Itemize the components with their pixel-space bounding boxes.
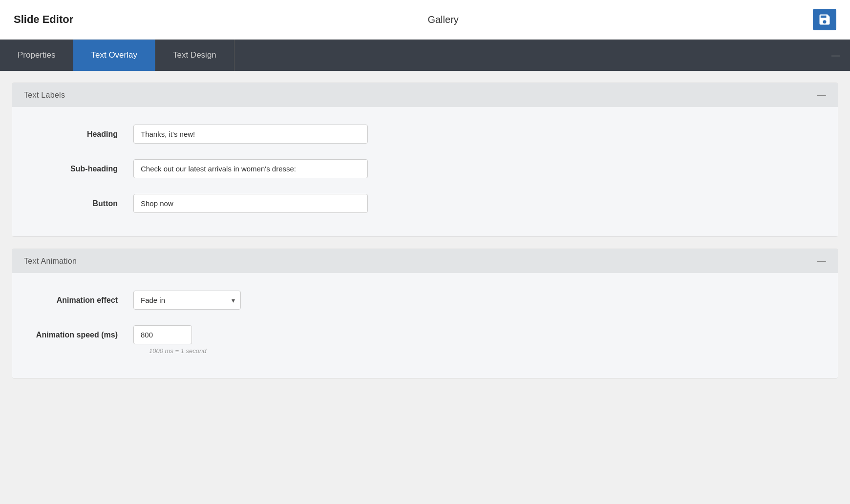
text-labels-collapse-btn[interactable]: —	[817, 90, 826, 100]
save-button[interactable]	[813, 9, 836, 30]
animation-effect-label: Animation effect	[36, 296, 133, 305]
subheading-label: Sub-heading	[36, 165, 133, 173]
heading-input[interactable]	[133, 125, 368, 144]
text-labels-body: Heading Sub-heading Button	[12, 107, 838, 236]
heading-row: Heading	[36, 125, 814, 144]
text-labels-title: Text Labels	[24, 91, 65, 100]
gallery-label: Gallery	[427, 14, 458, 25]
tab-properties[interactable]: Properties	[0, 40, 73, 71]
tab-bar: Properties Text Overlay Text Design —	[0, 40, 850, 71]
subheading-row: Sub-heading	[36, 159, 814, 178]
text-animation-title: Text Animation	[24, 257, 77, 266]
animation-speed-group: Animation speed (ms) 1000 ms = 1 second	[36, 325, 814, 355]
tab-bar-collapse-btn[interactable]: —	[822, 40, 850, 71]
button-text-row: Button	[36, 194, 814, 213]
heading-label: Heading	[36, 130, 133, 139]
text-labels-header: Text Labels —	[12, 83, 838, 107]
text-animation-body: Animation effect Fade in Slide in Zoom i…	[12, 273, 838, 378]
main-content: Text Labels — Heading Sub-heading Button	[0, 71, 850, 390]
animation-speed-input[interactable]	[133, 325, 192, 344]
tab-text-overlay[interactable]: Text Overlay	[73, 40, 155, 71]
text-labels-panel: Text Labels — Heading Sub-heading Button	[12, 83, 838, 237]
save-icon	[818, 13, 831, 26]
button-text-label: Button	[36, 199, 133, 208]
tab-text-design[interactable]: Text Design	[155, 40, 234, 71]
text-animation-header: Text Animation —	[12, 249, 838, 273]
animation-speed-row: Animation speed (ms)	[36, 325, 814, 344]
tab-bar-spacer	[234, 40, 822, 71]
animation-effect-select[interactable]: Fade in Slide in Zoom in None	[133, 291, 241, 310]
text-animation-collapse-btn[interactable]: —	[817, 256, 826, 266]
text-animation-panel: Text Animation — Animation effect Fade i…	[12, 249, 838, 378]
animation-speed-hint: 1000 ms = 1 second	[149, 347, 814, 355]
button-text-input[interactable]	[133, 194, 368, 213]
animation-effect-select-wrapper: Fade in Slide in Zoom in None ▾	[133, 291, 241, 310]
page-title: Slide Editor	[14, 13, 73, 26]
animation-effect-row: Animation effect Fade in Slide in Zoom i…	[36, 291, 814, 310]
header: Slide Editor Gallery	[0, 0, 850, 40]
subheading-input[interactable]	[133, 159, 368, 178]
animation-speed-label: Animation speed (ms)	[36, 331, 133, 339]
